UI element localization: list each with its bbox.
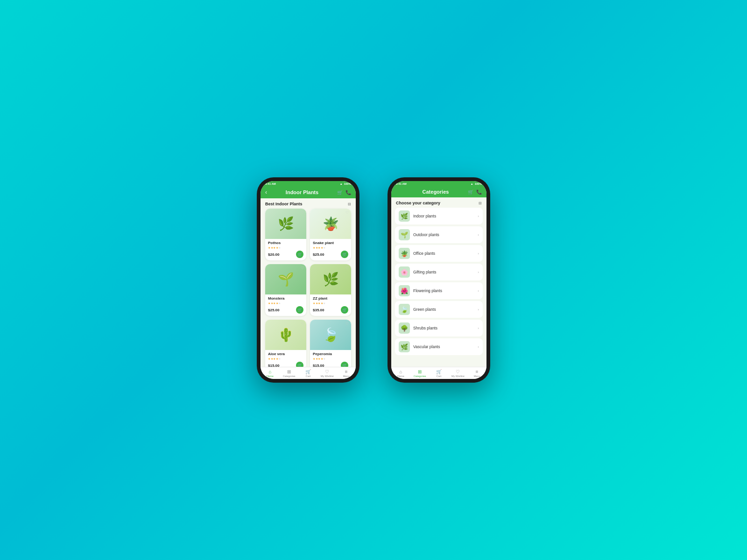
category-thumb-3: 🌸	[399, 266, 410, 278]
category-name-1: Outdoor plants	[413, 232, 474, 237]
cart-icon-1[interactable]: 🛒	[337, 190, 343, 195]
add-to-cart-1[interactable]: 🛒	[341, 251, 348, 258]
nav-cart-icon-1: 🛒	[305, 369, 311, 374]
nav-menu-1[interactable]: ≡ Menu	[337, 369, 356, 378]
nav-wishlist-2[interactable]: ♡ My Wishlist	[448, 369, 467, 378]
phone-2: 9:41 AM ▲ 100% Categories 🛒 📞 Choose you…	[388, 177, 490, 383]
plant-stars-5: ★★★★★	[313, 357, 348, 360]
phone-1-screen: 9:41 AM ▲ 100% ‹ Indoor Plants 🛒 📞 Best …	[261, 181, 356, 379]
plant-emoji-0: 🌿	[265, 209, 306, 239]
nav-wishlist-icon-1: ♡	[325, 369, 329, 374]
add-to-cart-5[interactable]: 🛒	[341, 362, 348, 367]
filter-icon-2[interactable]: ⊟	[479, 201, 482, 205]
plant-img-2: 🌱 ♡	[265, 264, 306, 294]
category-name-6: Shrubs plants	[413, 326, 474, 330]
header-title-1: Indoor Plants	[267, 189, 337, 195]
category-item-7[interactable]: 🌿 Vascular plants ›	[395, 338, 483, 355]
plant-price-0: $20.00	[268, 252, 279, 257]
add-to-cart-3[interactable]: 🛒	[341, 306, 348, 314]
plant-emoji-3: 🌿	[310, 264, 351, 294]
plant-price-row-1: $25.00 🛒	[313, 251, 348, 258]
plants-grid: 🌿 ♡ Pothos ★★★★★ $20.00 🛒 🪴 ♡ Snake plan…	[261, 209, 356, 367]
category-thumb-0: 🌿	[399, 210, 410, 222]
nav-cart-2[interactable]: 🛒 Cart	[430, 369, 449, 378]
nav-cart-label-1: Cart	[306, 375, 310, 378]
nav-menu-label-2: Menu	[474, 375, 480, 378]
plant-emoji-1: 🪴	[310, 209, 351, 239]
plant-name-1: Snake plant	[313, 241, 348, 245]
category-chevron-6: ›	[478, 326, 479, 330]
nav-cart-1[interactable]: 🛒 Cart	[299, 369, 318, 378]
plant-info-0: Pothos ★★★★★ $20.00 🛒	[265, 239, 306, 260]
nav-menu-icon-1: ≡	[345, 369, 348, 374]
add-to-cart-0[interactable]: 🛒	[296, 251, 303, 258]
plant-info-5: Peperomia ★★★★★ $15.00 🛒	[310, 350, 351, 367]
plant-img-5: 🍃 ♡	[310, 320, 351, 350]
category-item-2[interactable]: 🪴 Office plants ›	[395, 245, 483, 262]
category-item-0[interactable]: 🌿 Indoor plants ›	[395, 208, 483, 224]
plant-name-3: ZZ plant	[313, 296, 348, 301]
nav-home-2[interactable]: ⌂ Home	[391, 369, 410, 378]
plant-emoji-5: 🍃	[310, 320, 351, 350]
category-chevron-5: ›	[478, 308, 479, 312]
category-thumb-6: 🌳	[399, 322, 410, 334]
plant-card-5: 🍃 ♡ Peperomia ★★★★★ $15.00 🛒	[310, 320, 351, 367]
phone-icon-1[interactable]: 📞	[345, 190, 351, 195]
category-item-1[interactable]: 🌱 Outdoor plants ›	[395, 226, 483, 243]
header-title-2: Categories	[403, 189, 468, 195]
nav-home-1[interactable]: ⌂ Home	[261, 369, 280, 378]
plant-stars-2: ★★★★★	[268, 301, 303, 305]
plant-stars-4: ★★★★★	[268, 357, 303, 360]
category-name-0: Indoor plants	[413, 214, 474, 218]
signal-icon-1: ▲	[340, 182, 343, 185]
signal-icon-2: ▲	[471, 182, 473, 185]
status-icons-2: ▲ 100%	[471, 182, 482, 185]
filter-icon-1[interactable]: ⊟	[348, 202, 351, 206]
category-item-5[interactable]: 🍃 Green plants ›	[395, 301, 483, 318]
phone-2-screen: 9:41 AM ▲ 100% Categories 🛒 📞 Choose you…	[391, 181, 486, 379]
nav-wishlist-label-1: My Wishlist	[321, 375, 334, 378]
nav-wishlist-1[interactable]: ♡ My Wishlist	[317, 369, 337, 378]
nav-home-label-1: Home	[267, 375, 274, 378]
status-icons-1: ▲ 100%	[340, 182, 351, 185]
nav-categories-1[interactable]: ⊞ Categories	[280, 369, 299, 378]
nav-home-icon-2: ⌂	[399, 369, 402, 374]
wishlist-icon-0[interactable]: ♡	[301, 210, 304, 215]
plant-name-2: Monstera	[268, 296, 303, 301]
cart-icon-2[interactable]: 🛒	[468, 189, 473, 195]
plant-price-row-2: $25.00 🛒	[268, 306, 303, 314]
plant-name-5: Peperomia	[313, 352, 348, 356]
category-item-4[interactable]: 🌺 Flowering plants ›	[395, 282, 483, 299]
header-icons-1: 🛒 📞	[337, 190, 351, 195]
nav-menu-2[interactable]: ≡ Menu	[467, 369, 486, 378]
nav-categories-label-1: Categories	[283, 375, 296, 378]
category-item-3[interactable]: 🌸 Gifting plants ›	[395, 264, 483, 280]
plant-card-0: 🌿 ♡ Pothos ★★★★★ $20.00 🛒	[265, 209, 306, 260]
add-to-cart-2[interactable]: 🛒	[296, 306, 303, 314]
category-item-6[interactable]: 🌳 Shrubs plants ›	[395, 320, 483, 336]
plant-card-4: 🌵 ♡ Aloe vera ★★★★★ $15.00 🛒	[265, 320, 306, 367]
status-bar-2: 9:41 AM ▲ 100%	[391, 181, 486, 186]
category-subheader-text: Choose your category	[396, 201, 440, 205]
category-name-3: Gifting plants	[413, 270, 474, 274]
wishlist-icon-4[interactable]: ♡	[301, 322, 304, 326]
category-thumb-5: 🍃	[399, 304, 410, 315]
phone-icon-2[interactable]: 📞	[476, 189, 482, 195]
section-title-1: Best Indoor Plants	[265, 202, 303, 206]
nav-cart-icon-2: 🛒	[436, 369, 442, 374]
nav-home-icon-1: ⌂	[268, 369, 271, 374]
nav-categories-2[interactable]: ⊞ Categories	[410, 369, 430, 378]
nav-home-label-2: Home	[397, 375, 404, 378]
add-to-cart-4[interactable]: 🛒	[296, 362, 303, 367]
plant-img-0: 🌿 ♡	[265, 209, 306, 239]
wishlist-icon-5[interactable]: ♡	[345, 322, 349, 326]
plant-info-2: Monstera ★★★★★ $25.00 🛒	[265, 294, 306, 316]
wishlist-icon-1[interactable]: ♡	[345, 210, 349, 215]
wishlist-icon-3[interactable]: ♡	[345, 266, 349, 270]
wishlist-icon-2[interactable]: ♡	[301, 266, 304, 270]
nav-wishlist-label-2: My Wishlist	[451, 375, 465, 378]
category-thumb-1: 🌱	[399, 229, 410, 240]
header-icons-2: 🛒 📞	[468, 189, 482, 195]
bottom-nav-1: ⌂ Home ⊞ Categories 🛒 Cart ♡ My Wishlist…	[261, 367, 356, 379]
plant-stars-0: ★★★★★	[268, 246, 303, 249]
